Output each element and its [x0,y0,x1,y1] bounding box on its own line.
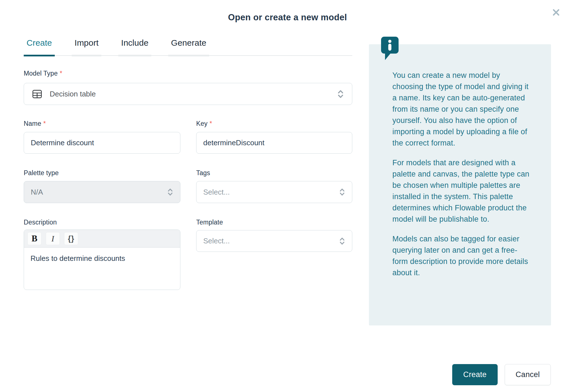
palette-type-value: N/A [31,188,43,197]
tags-label: Tags [196,169,210,177]
tab-import[interactable]: Import [72,38,101,56]
info-panel-text: You can create a new model by choosing t… [369,44,551,278]
chevron-up-down-icon [339,237,345,246]
code-braces-button[interactable]: {} [64,232,78,245]
chevron-up-down-icon [337,89,344,99]
required-marker: * [43,120,46,127]
tab-bar: Create Import Include Generate [24,38,352,56]
cancel-button[interactable]: Cancel [505,364,551,385]
close-button[interactable] [550,6,562,19]
template-select[interactable]: Select... [196,230,352,252]
close-icon [551,8,561,17]
palette-type-select: N/A [24,181,180,203]
name-label: Name* [24,120,46,127]
info-speech-bubble-icon [381,36,399,61]
bold-button[interactable]: B [27,232,41,245]
model-type-value: Decision table [50,90,96,98]
description-editor[interactable]: B I {} Rules to determine discounts [24,230,180,290]
key-label: Key* [196,120,212,127]
create-button[interactable]: Create [452,364,498,385]
template-label: Template [196,219,223,226]
tab-create[interactable]: Create [24,38,55,56]
model-type-label: Model Type* [24,70,62,77]
required-marker: * [60,70,62,77]
info-paragraph: Models can also be tagged for easier que… [392,233,531,278]
description-label: Description [24,219,57,226]
tab-generate[interactable]: Generate [168,38,209,56]
chevron-up-down-icon [339,188,345,197]
tags-placeholder: Select... [203,188,230,197]
description-content[interactable]: Rules to determine discounts [24,248,180,269]
info-panel: You can create a new model by choosing t… [369,44,551,325]
tab-include[interactable]: Include [118,38,151,56]
tags-select[interactable]: Select... [196,181,352,203]
description-toolbar: B I {} [24,230,180,248]
chevron-up-down-icon [167,188,173,197]
required-marker: * [209,120,212,127]
info-paragraph: You can create a new model by choosing t… [392,70,531,149]
name-field[interactable] [24,132,180,154]
italic-button[interactable]: I [46,232,60,245]
page-title: Open or create a new model [0,12,575,23]
model-type-select[interactable]: Decision table [24,83,352,105]
palette-type-label: Palette type [24,169,59,177]
template-placeholder: Select... [203,237,230,245]
decision-table-icon [32,89,42,99]
info-paragraph: For models that are designed with a pale… [392,157,531,225]
key-field[interactable] [196,132,352,154]
